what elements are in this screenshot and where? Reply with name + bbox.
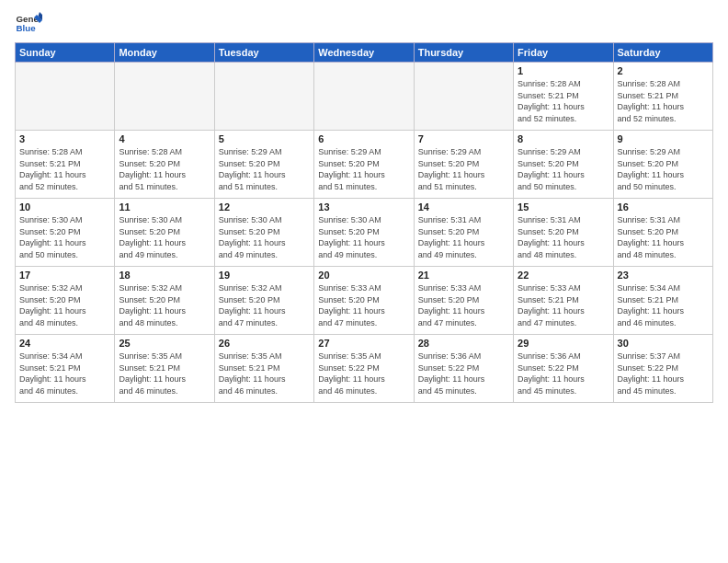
- calendar-cell: 6Sunrise: 5:29 AM Sunset: 5:20 PM Daylig…: [314, 131, 414, 199]
- day-info: Sunrise: 5:33 AM Sunset: 5:20 PM Dayligh…: [318, 282, 409, 328]
- day-number: 18: [119, 270, 210, 281]
- day-number: 25: [119, 338, 210, 349]
- week-row-1: 1Sunrise: 5:28 AM Sunset: 5:21 PM Daylig…: [16, 63, 713, 131]
- day-number: 11: [119, 201, 210, 213]
- day-number: 22: [518, 270, 609, 281]
- calendar-cell: 15Sunrise: 5:31 AM Sunset: 5:20 PM Dayli…: [514, 199, 613, 267]
- weekday-header-saturday: Saturday: [613, 43, 712, 63]
- calendar-cell: 30Sunrise: 5:37 AM Sunset: 5:22 PM Dayli…: [613, 335, 712, 403]
- day-number: 3: [19, 133, 110, 144]
- calendar-cell: 17Sunrise: 5:32 AM Sunset: 5:20 PM Dayli…: [16, 267, 115, 335]
- day-number: 5: [219, 133, 310, 144]
- calendar-cell: 16Sunrise: 5:31 AM Sunset: 5:20 PM Dayli…: [613, 199, 712, 267]
- calendar-cell: 18Sunrise: 5:32 AM Sunset: 5:20 PM Dayli…: [115, 267, 214, 335]
- day-info: Sunrise: 5:29 AM Sunset: 5:20 PM Dayligh…: [219, 146, 310, 192]
- day-info: Sunrise: 5:34 AM Sunset: 5:21 PM Dayligh…: [19, 350, 110, 396]
- day-number: 23: [618, 270, 709, 281]
- day-info: Sunrise: 5:30 AM Sunset: 5:20 PM Dayligh…: [318, 214, 409, 260]
- calendar-cell: 25Sunrise: 5:35 AM Sunset: 5:21 PM Dayli…: [115, 335, 214, 403]
- day-number: 19: [219, 270, 310, 281]
- day-number: 16: [618, 201, 709, 213]
- day-info: Sunrise: 5:33 AM Sunset: 5:20 PM Dayligh…: [418, 282, 509, 328]
- day-number: 7: [418, 133, 509, 144]
- day-number: 27: [318, 338, 409, 349]
- day-info: Sunrise: 5:31 AM Sunset: 5:20 PM Dayligh…: [518, 214, 609, 260]
- day-info: Sunrise: 5:29 AM Sunset: 5:20 PM Dayligh…: [618, 146, 709, 192]
- calendar-cell: 28Sunrise: 5:36 AM Sunset: 5:22 PM Dayli…: [414, 335, 513, 403]
- day-number: 12: [219, 201, 310, 213]
- calendar-cell: 24Sunrise: 5:34 AM Sunset: 5:21 PM Dayli…: [16, 335, 115, 403]
- week-row-2: 3Sunrise: 5:28 AM Sunset: 5:21 PM Daylig…: [16, 131, 713, 199]
- day-info: Sunrise: 5:32 AM Sunset: 5:20 PM Dayligh…: [219, 282, 310, 328]
- day-info: Sunrise: 5:28 AM Sunset: 5:20 PM Dayligh…: [119, 146, 210, 192]
- day-info: Sunrise: 5:35 AM Sunset: 5:22 PM Dayligh…: [318, 350, 409, 396]
- calendar-cell: [16, 63, 115, 131]
- day-number: 15: [518, 201, 609, 213]
- day-info: Sunrise: 5:29 AM Sunset: 5:20 PM Dayligh…: [318, 146, 409, 192]
- calendar-cell: [115, 63, 214, 131]
- day-number: 2: [618, 65, 709, 76]
- weekday-header-thursday: Thursday: [414, 43, 513, 63]
- day-number: 10: [19, 201, 110, 213]
- day-number: 1: [518, 65, 609, 76]
- day-number: 8: [518, 133, 609, 144]
- calendar-cell: 9Sunrise: 5:29 AM Sunset: 5:20 PM Daylig…: [613, 131, 712, 199]
- day-number: 14: [418, 201, 509, 213]
- day-number: 26: [219, 338, 310, 349]
- calendar-cell: 1Sunrise: 5:28 AM Sunset: 5:21 PM Daylig…: [514, 63, 613, 131]
- header: General Blue: [15, 9, 713, 37]
- day-info: Sunrise: 5:35 AM Sunset: 5:21 PM Dayligh…: [219, 350, 310, 396]
- day-info: Sunrise: 5:32 AM Sunset: 5:20 PM Dayligh…: [119, 282, 210, 328]
- calendar-cell: 27Sunrise: 5:35 AM Sunset: 5:22 PM Dayli…: [314, 335, 414, 403]
- day-number: 13: [318, 201, 409, 213]
- calendar-cell: 12Sunrise: 5:30 AM Sunset: 5:20 PM Dayli…: [214, 199, 313, 267]
- day-number: 9: [618, 133, 709, 144]
- day-info: Sunrise: 5:37 AM Sunset: 5:22 PM Dayligh…: [618, 350, 709, 396]
- calendar-table: SundayMondayTuesdayWednesdayThursdayFrid…: [15, 42, 713, 403]
- day-info: Sunrise: 5:36 AM Sunset: 5:22 PM Dayligh…: [518, 350, 609, 396]
- day-number: 28: [418, 338, 509, 349]
- weekday-header-row: SundayMondayTuesdayWednesdayThursdayFrid…: [16, 43, 713, 63]
- day-info: Sunrise: 5:30 AM Sunset: 5:20 PM Dayligh…: [19, 214, 110, 260]
- day-number: 21: [418, 270, 509, 281]
- calendar-cell: 4Sunrise: 5:28 AM Sunset: 5:20 PM Daylig…: [115, 131, 214, 199]
- weekday-header-sunday: Sunday: [16, 43, 115, 63]
- day-info: Sunrise: 5:34 AM Sunset: 5:21 PM Dayligh…: [618, 282, 709, 328]
- day-info: Sunrise: 5:31 AM Sunset: 5:20 PM Dayligh…: [618, 214, 709, 260]
- weekday-header-wednesday: Wednesday: [314, 43, 414, 63]
- calendar-cell: 26Sunrise: 5:35 AM Sunset: 5:21 PM Dayli…: [214, 335, 313, 403]
- day-info: Sunrise: 5:29 AM Sunset: 5:20 PM Dayligh…: [518, 146, 609, 192]
- day-info: Sunrise: 5:30 AM Sunset: 5:20 PM Dayligh…: [219, 214, 310, 260]
- calendar-cell: 20Sunrise: 5:33 AM Sunset: 5:20 PM Dayli…: [314, 267, 414, 335]
- day-number: 29: [518, 338, 609, 349]
- day-number: 30: [618, 338, 709, 349]
- calendar-cell: 11Sunrise: 5:30 AM Sunset: 5:20 PM Dayli…: [115, 199, 214, 267]
- svg-text:Blue: Blue: [17, 23, 37, 33]
- calendar-cell: 5Sunrise: 5:29 AM Sunset: 5:20 PM Daylig…: [214, 131, 313, 199]
- logo-icon: General Blue: [15, 9, 42, 37]
- day-number: 4: [119, 133, 210, 144]
- calendar-cell: [414, 63, 513, 131]
- day-info: Sunrise: 5:28 AM Sunset: 5:21 PM Dayligh…: [19, 146, 110, 192]
- calendar-cell: 21Sunrise: 5:33 AM Sunset: 5:20 PM Dayli…: [414, 267, 513, 335]
- day-number: 24: [19, 338, 110, 349]
- day-info: Sunrise: 5:28 AM Sunset: 5:21 PM Dayligh…: [518, 78, 609, 124]
- weekday-header-monday: Monday: [115, 43, 214, 63]
- calendar-cell: 2Sunrise: 5:28 AM Sunset: 5:21 PM Daylig…: [613, 63, 712, 131]
- calendar-cell: 3Sunrise: 5:28 AM Sunset: 5:21 PM Daylig…: [16, 131, 115, 199]
- calendar-cell: 19Sunrise: 5:32 AM Sunset: 5:20 PM Dayli…: [214, 267, 313, 335]
- calendar-cell: 7Sunrise: 5:29 AM Sunset: 5:20 PM Daylig…: [414, 131, 513, 199]
- calendar-cell: 14Sunrise: 5:31 AM Sunset: 5:20 PM Dayli…: [414, 199, 513, 267]
- week-row-3: 10Sunrise: 5:30 AM Sunset: 5:20 PM Dayli…: [16, 199, 713, 267]
- calendar-cell: [314, 63, 414, 131]
- day-info: Sunrise: 5:32 AM Sunset: 5:20 PM Dayligh…: [19, 282, 110, 328]
- week-row-4: 17Sunrise: 5:32 AM Sunset: 5:20 PM Dayli…: [16, 267, 713, 335]
- calendar-cell: 29Sunrise: 5:36 AM Sunset: 5:22 PM Dayli…: [514, 335, 613, 403]
- weekday-header-friday: Friday: [514, 43, 613, 63]
- calendar-cell: 13Sunrise: 5:30 AM Sunset: 5:20 PM Dayli…: [314, 199, 414, 267]
- calendar-cell: 10Sunrise: 5:30 AM Sunset: 5:20 PM Dayli…: [16, 199, 115, 267]
- calendar-cell: [214, 63, 313, 131]
- weekday-header-tuesday: Tuesday: [214, 43, 313, 63]
- logo: General Blue: [15, 9, 42, 37]
- day-number: 17: [19, 270, 110, 281]
